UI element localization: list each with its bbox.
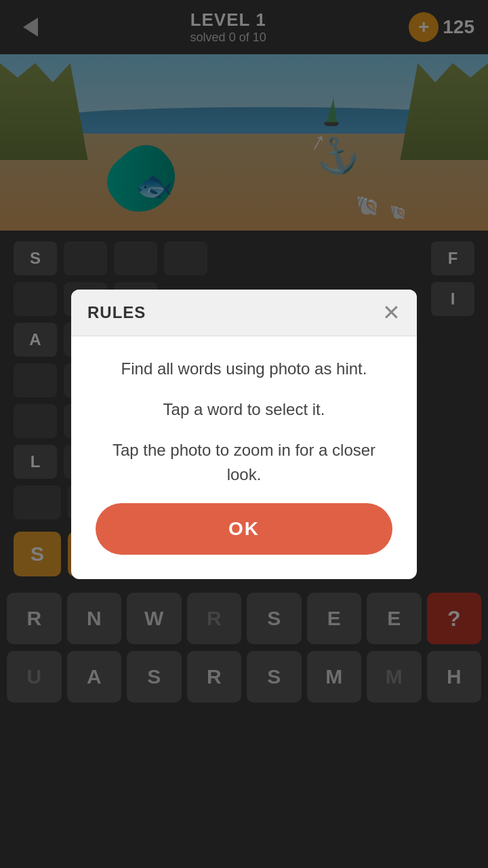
modal-title: RULES — [87, 303, 146, 322]
modal-body: Find all words using photo as hint. Tap … — [71, 336, 417, 579]
rule-text-3: Tap the photo to zoom in for a closer lo… — [96, 438, 392, 487]
rule-text-1: Find all words using photo as hint. — [96, 357, 392, 381]
modal-overlay[interactable]: RULES ✕ Find all words using photo as hi… — [0, 0, 488, 868]
ok-button[interactable]: OK — [96, 503, 392, 555]
rules-modal: RULES ✕ Find all words using photo as hi… — [71, 290, 417, 579]
modal-header: RULES ✕ — [71, 290, 417, 336]
rule-text-2: Tap a word to select it. — [96, 397, 392, 422]
modal-close-button[interactable]: ✕ — [382, 302, 401, 323]
